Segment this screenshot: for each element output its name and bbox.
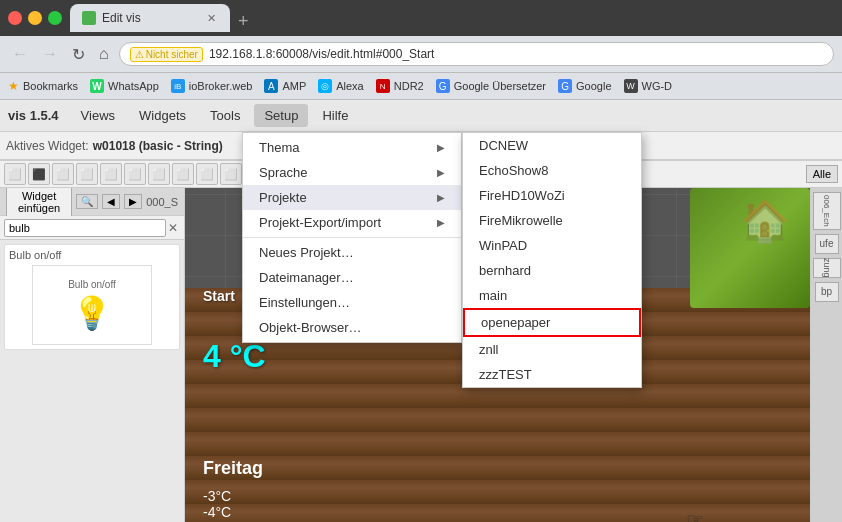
address-bar: ← → ↻ ⌂ ⚠ Nicht sicher 192.168.1.8:60008…	[0, 36, 842, 72]
right-panel-btn-2[interactable]: ufe	[815, 234, 839, 254]
star-icon: ★	[8, 79, 19, 93]
right-panel-btn-4[interactable]: bp	[815, 282, 839, 302]
day-label: Freitag	[203, 458, 263, 479]
widget-item-label: Bulb on/off	[9, 249, 175, 261]
widget-list: Bulb on/off Bulb on/off 💡	[0, 240, 184, 358]
widget-panel-header: Widget einfügen 🔍 ◀ ▶ 000_S	[0, 188, 184, 216]
tab-close-button[interactable]: ✕	[205, 12, 218, 25]
google-bookmark[interactable]: G Google	[558, 79, 611, 93]
distribute-v-button[interactable]: ⬜	[172, 163, 194, 185]
warning-icon: ⚠	[135, 49, 144, 60]
icon-toolbar: ⬜ ⬛ ⬜ ⬜ ⬜ ⬜ ⬜ ⬜ ⬜ ⬜ ⬜ ⬜ Alle	[0, 160, 842, 188]
align-center-button[interactable]: ⬛	[28, 163, 50, 185]
iobroker-icon: iB	[171, 79, 185, 93]
amp-bookmark[interactable]: A AMP	[264, 79, 306, 93]
close-window-button[interactable]	[8, 11, 22, 25]
active-widget-value: w01018 (basic - String)	[93, 139, 223, 153]
wg-icon: W	[624, 79, 638, 93]
size-same-w-button[interactable]: ⬜	[196, 163, 218, 185]
browser-frame: Edit vis ✕ + ← → ↻ ⌂ ⚠ Nicht sicher 192.…	[0, 0, 842, 522]
start-label: Start	[203, 288, 235, 304]
address-input[interactable]: ⚠ Nicht sicher 192.168.1.8:60008/vis/edi…	[119, 42, 834, 66]
reload-button[interactable]: ↻	[68, 45, 89, 64]
left-panel: Widget einfügen 🔍 ◀ ▶ 000_S ✕ Bulb on/of…	[0, 188, 185, 522]
align-bottom-button[interactable]: ⬜	[124, 163, 146, 185]
filter-close-icon[interactable]: ✕	[166, 221, 180, 235]
distribute-h-button[interactable]: ⬜	[148, 163, 170, 185]
bookmarks-bar: ★ Bookmarks W WhatsApp iB ioBroker.web A…	[0, 72, 842, 100]
back-button[interactable]: ←	[8, 45, 32, 63]
bulb-icon: 💡	[72, 294, 112, 332]
ndr2-bookmark[interactable]: N NDR2	[376, 79, 424, 93]
widget-preview: Bulb on/off 💡	[32, 265, 152, 345]
temperature-display: 4 °C	[203, 338, 266, 375]
widget-toolbar: Aktives Widget: w01018 (basic - String)	[0, 132, 842, 160]
window-controls	[8, 11, 62, 25]
google-translate-icon: G	[436, 79, 450, 93]
google-translate-bookmark[interactable]: G Google Übersetzer	[436, 79, 546, 93]
page-indicator: 000_S	[146, 196, 178, 208]
ndr2-icon: N	[376, 79, 390, 93]
menu-views[interactable]: Views	[71, 104, 125, 127]
canvas-area[interactable]: 🏠 Start 4 °C Freitag -3°C -4°C	[185, 188, 810, 522]
new-tab-button[interactable]: +	[230, 11, 257, 32]
whatsapp-icon: W	[90, 79, 104, 93]
canvas-content: Start 4 °C Freitag -3°C -4°C	[185, 188, 810, 522]
widget-list-item[interactable]: Bulb on/off Bulb on/off 💡	[4, 244, 180, 350]
whatsapp-bookmark[interactable]: W WhatsApp	[90, 79, 159, 93]
panel-prev-button[interactable]: ◀	[102, 194, 120, 209]
tab-strip: Edit vis ✕ +	[70, 4, 834, 32]
home-button[interactable]: ⌂	[95, 45, 113, 63]
security-badge: ⚠ Nicht sicher	[130, 47, 203, 62]
menu-tools[interactable]: Tools	[200, 104, 250, 127]
menu-widgets[interactable]: Widgets	[129, 104, 196, 127]
alle-button[interactable]: Alle	[806, 165, 838, 183]
tab-title: Edit vis	[102, 11, 199, 25]
align-top-button[interactable]: ⬜	[76, 163, 98, 185]
menu-setup[interactable]: Setup	[254, 104, 308, 127]
vis-ui: vis 1.5.4 Views Widgets Tools Setup Hilf…	[0, 100, 842, 522]
url-text: 192.168.1.8:60008/vis/edit.html#000_Star…	[209, 47, 435, 61]
bookmarks-item[interactable]: ★ Bookmarks	[8, 79, 78, 93]
title-bar: Edit vis ✕ +	[0, 0, 842, 36]
align-right-button[interactable]: ⬜	[52, 163, 74, 185]
tab-favicon	[82, 11, 96, 25]
forward-button[interactable]: →	[38, 45, 62, 63]
vis-logo: vis 1.5.4	[8, 108, 59, 123]
iobroker-bookmark[interactable]: iB ioBroker.web	[171, 79, 253, 93]
amp-icon: A	[264, 79, 278, 93]
temp2-label: -3°C -4°C	[203, 488, 231, 520]
widget-filter: ✕	[0, 216, 184, 240]
menu-bar: vis 1.5.4 Views Widgets Tools Setup Hilf…	[0, 100, 842, 132]
alexa-bookmark[interactable]: ◎ Alexa	[318, 79, 364, 93]
menu-hilfe[interactable]: Hilfe	[312, 104, 358, 127]
active-widget-label: Aktives Widget:	[6, 139, 89, 153]
size-same-h-button[interactable]: ⬜	[220, 163, 242, 185]
browser-tab[interactable]: Edit vis ✕	[70, 4, 230, 32]
minimize-window-button[interactable]	[28, 11, 42, 25]
content-area: vis 1.5.4 Views Widgets Tools Setup Hilf…	[0, 100, 842, 522]
ungroup-button[interactable]: ⬜	[268, 163, 290, 185]
maximize-window-button[interactable]	[48, 11, 62, 25]
align-middle-button[interactable]: ⬜	[100, 163, 122, 185]
widget-filter-input[interactable]	[4, 219, 166, 237]
widget-preview-label: Bulb on/off	[68, 279, 116, 290]
google-icon: G	[558, 79, 572, 93]
align-left-button[interactable]: ⬜	[4, 163, 26, 185]
widget-insert-button[interactable]: Widget einfügen	[6, 188, 72, 217]
right-panel: 006_Ech ufe zung bp	[810, 188, 842, 522]
right-panel-btn-3[interactable]: zung	[813, 258, 841, 278]
wg-bookmark[interactable]: W WG-D	[624, 79, 673, 93]
panel-search-button[interactable]: 🔍	[76, 194, 98, 209]
group-button[interactable]: ⬜	[244, 163, 266, 185]
alexa-icon: ◎	[318, 79, 332, 93]
panel-next-button[interactable]: ▶	[124, 194, 142, 209]
workspace: Widget einfügen 🔍 ◀ ▶ 000_S ✕ Bulb on/of…	[0, 188, 842, 522]
right-panel-btn-1[interactable]: 006_Ech	[813, 192, 841, 230]
